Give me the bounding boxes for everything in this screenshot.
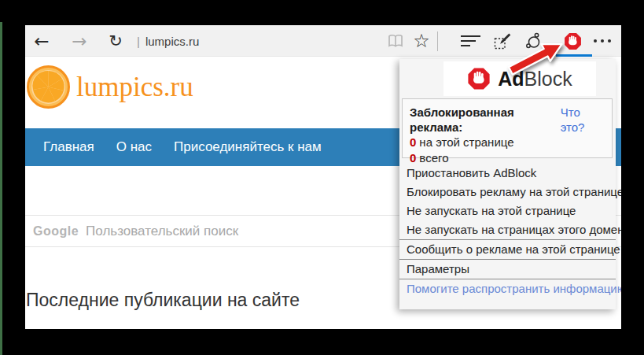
reading-view-button[interactable] xyxy=(384,28,407,54)
address-bar[interactable]: | lumpics.ru xyxy=(137,25,326,57)
address-text: lumpics.ru xyxy=(145,35,199,48)
stats-heading: Заблокированная реклама: xyxy=(410,105,561,135)
reading-view-book-icon xyxy=(386,31,405,50)
hub-button[interactable] xyxy=(458,28,482,54)
site-logo-link[interactable]: lumpics.ru xyxy=(27,65,193,109)
site-logo-text: lumpics.ru xyxy=(76,72,193,103)
hub-icon xyxy=(461,35,480,46)
favorites-star-icon: ☆ xyxy=(413,31,430,50)
back-icon: ← xyxy=(34,32,49,50)
stats-page-row: 0на этой странице xyxy=(410,135,605,150)
adblock-menu: Приостановить AdBlock Блокировать реклам… xyxy=(399,164,616,298)
page-blocked-count: 0 xyxy=(410,135,416,149)
menu-item-dont-run-on-domain[interactable]: Не запускать на страницах этого домена xyxy=(399,220,616,239)
nav-item-home[interactable]: Главная xyxy=(43,139,94,155)
favorites-button[interactable]: ☆ xyxy=(410,28,433,54)
refresh-icon: ↻ xyxy=(109,33,123,50)
search-placeholder: Пользовательский поиск xyxy=(86,224,238,239)
nav-item-join[interactable]: Присоединяйтесь к нам xyxy=(174,139,322,155)
background-window-sliver xyxy=(0,22,2,355)
adblock-logo-icon xyxy=(467,67,491,91)
orange-fruit-icon xyxy=(27,65,70,109)
menu-item-block-ad-on-page[interactable]: Блокировать рекламу на этой странице xyxy=(399,183,616,202)
adblock-popup: AdBlock Заблокированная реклама: Что это… xyxy=(399,59,616,309)
menu-item-dont-run-on-page[interactable]: Не запускать на этой странице xyxy=(399,202,616,220)
google-brand: Google xyxy=(33,224,79,239)
more-button[interactable] xyxy=(591,28,614,54)
more-ellipsis-icon xyxy=(594,39,611,43)
screenshot-frame: ← → ↻ | lumpics.ru ☆ xyxy=(0,0,644,355)
total-blocked-count: 0 xyxy=(410,151,416,165)
toolbar-divider xyxy=(437,31,438,51)
menu-item-pause-adblock[interactable]: Приостановить AdBlock xyxy=(399,164,616,183)
annotation-arrow xyxy=(503,39,566,76)
refresh-button[interactable]: ↻ xyxy=(104,28,127,54)
what-is-this-link[interactable]: Что это? xyxy=(561,105,605,135)
nav-item-about[interactable]: О нас xyxy=(116,139,152,155)
address-separator: | xyxy=(137,35,140,48)
menu-item-spread-the-word[interactable]: Помогите распространить информацию! xyxy=(399,279,616,298)
menu-item-report-ad[interactable]: Сообщить о рекламе на этой странице xyxy=(399,240,616,259)
forward-button[interactable]: → xyxy=(68,28,91,54)
forward-icon: → xyxy=(72,32,86,50)
page-title: Последние публикации на сайте xyxy=(26,290,300,311)
menu-item-options[interactable]: Параметры xyxy=(399,260,616,279)
blocked-ads-stats-box: Заблокированная реклама: Что это? 0на эт… xyxy=(402,98,613,158)
back-button[interactable]: ← xyxy=(30,28,53,54)
